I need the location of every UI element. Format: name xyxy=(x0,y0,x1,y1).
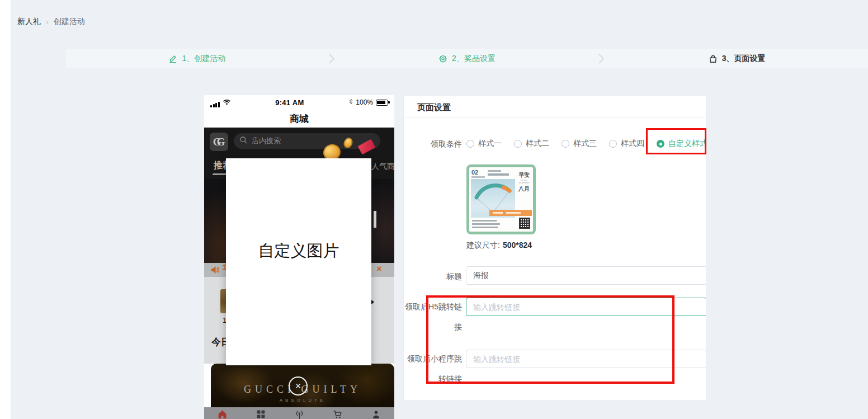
poster-greeting-zh: 早安 xyxy=(517,172,531,178)
status-time: 9:41 AM xyxy=(275,98,304,107)
radio-icon[interactable] xyxy=(466,140,474,148)
chevron-right-icon: › xyxy=(46,17,49,26)
pencil-icon xyxy=(168,54,177,63)
poster-day: 02 xyxy=(471,170,478,176)
search-icon xyxy=(239,136,248,147)
cart-tab-icon[interactable] xyxy=(333,409,342,419)
miniprogram-link-input[interactable] xyxy=(466,350,706,368)
left-sidebar-strip xyxy=(0,0,11,419)
app-title: 商城 xyxy=(204,110,394,128)
speaker-icon xyxy=(210,265,220,275)
step-create-activity[interactable]: 1、创建活动 xyxy=(66,54,328,64)
phone-preview: 9:41 AM 100% 商城 GG 店内搜索 推荐 人气商 xyxy=(204,95,394,419)
poster-caption-line xyxy=(472,227,498,228)
radio-label: 样式三 xyxy=(573,139,597,149)
poster-greeting-en: GOOD MORNING xyxy=(518,180,529,184)
poster-note-line xyxy=(488,173,509,176)
suggested-size-value: 500*824 xyxy=(503,241,532,249)
gear-icon xyxy=(438,54,447,63)
store-logo: GG xyxy=(210,133,228,151)
broadcast-tab-icon[interactable] xyxy=(295,409,304,419)
radio-label: 样式二 xyxy=(526,139,549,149)
step-label: 3、页面设置 xyxy=(722,54,766,64)
banner-text-fragment xyxy=(374,211,376,228)
radio-custom-style[interactable]: 自定义样式 xyxy=(657,139,706,149)
store-search-placeholder: 店内搜索 xyxy=(252,136,281,146)
suggested-size: 建议尺寸:500*824 xyxy=(466,241,532,251)
categories-tab-icon[interactable] xyxy=(256,409,266,419)
radio-style-2[interactable]: 样式二 xyxy=(514,139,549,149)
radio-style-4[interactable]: 样式四 xyxy=(609,139,644,149)
page: 新人礼 › 创建活动 1、创建活动 2、奖品设置 3、页面设置 9:41 AM xyxy=(0,0,868,419)
profile-tab-icon[interactable] xyxy=(371,409,381,419)
gucci-banner-subtitle: ABSOLUTE xyxy=(280,398,326,403)
condition-label: 领取条件 xyxy=(404,134,462,154)
bag-icon xyxy=(709,54,718,63)
custom-image-modal: 自定义图片 xyxy=(226,158,371,365)
tab-hot-products[interactable]: 人气商 xyxy=(371,162,394,172)
poster-caption-line xyxy=(472,220,497,222)
radio-style-1[interactable]: 样式一 xyxy=(466,139,502,149)
radio-icon[interactable] xyxy=(562,140,569,148)
custom-image-placeholder-text: 自定义图片 xyxy=(226,240,371,262)
poster-note-line xyxy=(488,170,501,172)
battery-percent: 100% xyxy=(356,98,373,106)
step-label: 2、奖品设置 xyxy=(452,54,496,64)
page-settings-panel: 页面设置 领取条件 样式一 样式二 样式三 样式四 自定义样式 02 xyxy=(403,96,706,401)
miniprogram-link-label: 领取后小程序跳转链接 xyxy=(404,349,462,389)
step-page-settings[interactable]: 3、页面设置 xyxy=(606,54,868,64)
poster-ribbon xyxy=(489,210,532,216)
battery-icon xyxy=(376,100,388,106)
step-label: 1、创建活动 xyxy=(182,54,225,64)
wizard-stepper: 1、创建活动 2、奖品设置 3、页面设置 xyxy=(66,49,868,68)
radio-icon[interactable] xyxy=(514,140,522,148)
poster-greeting-column: 早安 GOOD MORNING 八月 xyxy=(517,172,531,192)
radio-icon-selected[interactable] xyxy=(657,140,664,148)
radio-label: 样式四 xyxy=(621,139,644,149)
radio-icon[interactable] xyxy=(609,140,617,148)
breadcrumb-item-gift[interactable]: 新人礼 xyxy=(17,17,41,27)
poster-date-line xyxy=(471,176,485,178)
home-tab-icon[interactable] xyxy=(218,409,227,419)
step-prize-settings[interactable]: 2、奖品设置 xyxy=(336,54,598,64)
breadcrumb-item-create: 创建活动 xyxy=(54,17,85,27)
phone-tab-bar xyxy=(204,407,394,419)
poster-greeting-month: 八月 xyxy=(517,186,531,192)
title-field-label: 标题 xyxy=(404,266,462,286)
wifi-icon xyxy=(223,97,231,107)
poster-image: 02 早安 GOOD MORNING 八月 xyxy=(469,167,533,232)
radio-label: 样式一 xyxy=(478,139,502,149)
step-separator-icon xyxy=(328,53,336,64)
step-separator-icon xyxy=(598,53,606,64)
poster-caption-line xyxy=(472,223,500,225)
breadcrumb: 新人礼 › 创建活动 xyxy=(17,17,85,27)
phone-status-bar: 9:41 AM 100% xyxy=(204,95,394,110)
notice-close-icon[interactable]: × xyxy=(376,263,382,275)
suggested-size-label: 建议尺寸: xyxy=(466,241,500,249)
bluetooth-icon xyxy=(348,98,353,107)
h5-link-input[interactable] xyxy=(466,298,706,316)
poster-thumbnail[interactable]: 02 早安 GOOD MORNING 八月 xyxy=(466,164,536,234)
style-radio-group: 样式一 样式二 样式三 样式四 自定义样式 xyxy=(466,134,706,154)
panel-title: 页面设置 xyxy=(404,96,706,118)
modal-close-button[interactable]: × xyxy=(289,376,308,396)
poster-qr-code xyxy=(519,218,530,229)
title-input[interactable] xyxy=(466,266,706,285)
h5-link-label: 领取后H5跳转链接 xyxy=(404,296,462,337)
radio-label: 自定义样式 xyxy=(668,139,706,149)
radio-style-3[interactable]: 样式三 xyxy=(562,139,597,149)
signal-icon xyxy=(210,102,220,107)
